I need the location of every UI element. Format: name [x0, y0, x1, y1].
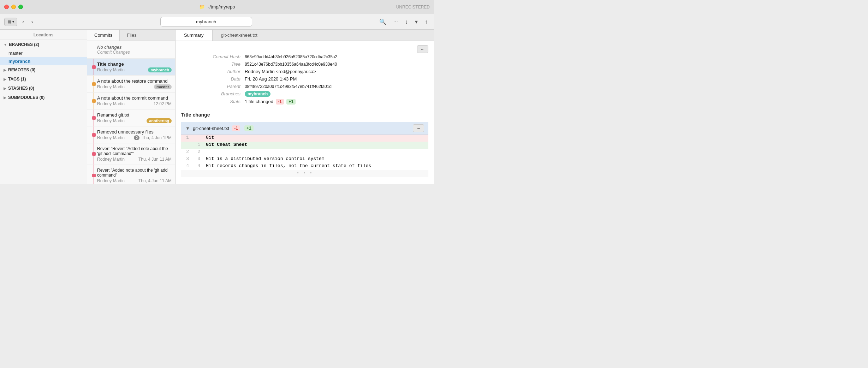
- diff-line-content: Git Cheat Sheet: [204, 142, 247, 148]
- stats-plus-badge: +1: [286, 99, 296, 105]
- tree-value: 8521c43e76bd73bb10356a64aa3fcd4c0e930e40: [245, 60, 428, 68]
- diff-line-context: 4 4 Git records changes in files, not th…: [181, 163, 428, 170]
- commits-panel: Commits Files No changes Commit Changes …: [87, 30, 176, 184]
- pull-button[interactable]: ↓: [403, 17, 410, 26]
- sidebar-item-master[interactable]: master: [0, 49, 87, 57]
- pull-dropdown-button[interactable]: ▾: [413, 17, 420, 26]
- line-num-old: 2: [181, 149, 192, 155]
- table-row: Date Fri, 28 Aug 2020 1:43 PM: [181, 75, 428, 83]
- commit-title: Title change: [97, 61, 172, 67]
- sidebar-item-mybranch[interactable]: mybranch: [0, 57, 87, 65]
- commit-title: Revert "Added note about the 'git add' c…: [97, 168, 172, 178]
- sidebar-section-stashes[interactable]: ▶ STASHES (0): [0, 84, 87, 93]
- branch-badge: mybranch: [148, 67, 172, 72]
- back-button[interactable]: ‹: [20, 17, 26, 26]
- sidebar-header: Locations: [0, 30, 87, 40]
- line-num-old: [181, 142, 192, 148]
- tab-summary[interactable]: Summary: [176, 30, 213, 41]
- line-num-new: 1: [192, 142, 204, 148]
- list-item[interactable]: Removed unnecessary files Rodney Martin …: [87, 126, 175, 143]
- branch-input[interactable]: [160, 17, 252, 26]
- list-item[interactable]: A note about the restore command Rodney …: [87, 76, 175, 93]
- commit-subtitle: Rodney Martin anothertag: [97, 118, 172, 123]
- parent-value: 08f4897220a0d7f1c4983f547eb741ff462fa01d: [245, 83, 428, 90]
- submodules-label: SUBMODULES (0): [8, 95, 44, 100]
- push-button[interactable]: ↑: [423, 17, 430, 26]
- line-num-old: 4: [181, 163, 192, 170]
- commit-subtitle: Rodney Martin 2 Thu, 4 Jun 1PM: [97, 135, 172, 140]
- close-button[interactable]: [4, 5, 9, 9]
- table-row: Commit Hash 663e99addd4bb3feb926b52085a7…: [181, 53, 428, 60]
- window-title: 📁 ~/tmp/myrepo: [199, 4, 235, 10]
- commit-dot: [92, 152, 96, 156]
- more-options-button[interactable]: ···: [417, 45, 428, 53]
- more-button[interactable]: ···: [391, 17, 400, 26]
- stashes-label: STASHES (0): [8, 86, 34, 91]
- list-item[interactable]: No changes Commit Changes: [87, 41, 175, 59]
- diff-minus-badge: -1: [232, 125, 240, 131]
- chevron-right-icon: ▶: [4, 68, 6, 72]
- commit-title: Removed unnecessary files: [97, 129, 172, 135]
- sidebar-section-submodules[interactable]: ▶ SUBMODULES (0): [0, 93, 87, 102]
- line-num-old: 3: [181, 156, 192, 162]
- spacer-dots: • • •: [297, 171, 313, 176]
- summary-panel: Summary git-cheat-sheet.txt ··· Commit H…: [176, 30, 434, 184]
- commit-dot: [92, 133, 96, 137]
- diff-more-button[interactable]: ···: [413, 124, 424, 132]
- chevron-right-icon: ▶: [4, 96, 6, 100]
- table-row: Branches mybranch: [181, 90, 428, 98]
- diff-line-content: Git records changes in files, not the cu…: [204, 163, 371, 170]
- titlebar: 📁 ~/tmp/myrepo UNREGISTERED: [0, 0, 434, 14]
- line-num-old: 1: [181, 135, 192, 141]
- list-item[interactable]: Title change Rodney Martin mybranch: [87, 59, 175, 76]
- list-item[interactable]: Renamed git.txt Rodney Martin anothertag: [87, 109, 175, 126]
- minimize-button[interactable]: [11, 5, 16, 9]
- tab-files[interactable]: Files: [120, 30, 144, 41]
- commit-title: A note about the restore command: [97, 78, 172, 84]
- commit-subtitle: Commit Changes: [97, 50, 172, 55]
- table-row: Author Rodney Martin <rod@pennyjar.ca>: [181, 68, 428, 75]
- sidebar-section-tags[interactable]: ▶ TAGS (1): [0, 75, 87, 84]
- commit-dot: [92, 99, 96, 103]
- sidebar-section-remotes[interactable]: ▶ REMOTES (0): [0, 65, 87, 75]
- toolbar-right: 🔍 ··· ↓ ▾ ↑: [377, 17, 430, 26]
- commit-dot: [92, 174, 96, 177]
- line-num-new: 3: [192, 156, 204, 162]
- search-button[interactable]: 🔍: [377, 17, 388, 26]
- folder-icon: 📁: [199, 4, 205, 10]
- branch-tag: mybranch: [245, 91, 270, 97]
- file-diff-name: git-cheat-sheet.txt: [193, 126, 229, 131]
- main-layout: Locations ▼ BRANCHES (2) master mybranch…: [0, 30, 434, 184]
- forward-button[interactable]: ›: [29, 17, 35, 26]
- diff-line-added: 1 Git Cheat Sheet: [181, 142, 428, 149]
- date-value: Fri, 28 Aug 2020 1:43 PM: [245, 75, 428, 83]
- table-row: Stats 1 file changed: -1 +1: [181, 98, 428, 106]
- commit-title: A note about the commit command: [97, 95, 172, 101]
- tab-git-cheat-sheet[interactable]: git-cheat-sheet.txt: [213, 30, 266, 41]
- unregistered-label: UNREGISTERED: [396, 5, 430, 10]
- sidebar: Locations ▼ BRANCHES (2) master mybranch…: [0, 30, 87, 184]
- stats-label: Stats: [181, 98, 245, 106]
- commit-subtitle: Rodney Martin 12:02 PM: [97, 101, 172, 106]
- commits-list: No changes Commit Changes Title change R…: [87, 41, 175, 184]
- sidebar-section-branches[interactable]: ▼ BRANCHES (2): [0, 40, 87, 49]
- list-item[interactable]: Revert "Added note about the 'git add' c…: [87, 165, 175, 184]
- maximize-button[interactable]: [18, 5, 23, 9]
- table-row: Parent 08f4897220a0d7f1c4983f547eb741ff4…: [181, 83, 428, 90]
- chevron-down-icon: ▾: [12, 20, 14, 24]
- summary-table: Commit Hash 663e99addd4bb3feb926b52085a7…: [181, 53, 428, 106]
- list-item[interactable]: Revert "Revert "Added note about the 'gi…: [87, 143, 175, 165]
- author-value: Rodney Martin <rod@pennyjar.ca>: [245, 68, 428, 75]
- tree-label: Tree: [181, 60, 245, 68]
- diff-line-content: Git is a distributed version control sys…: [204, 156, 324, 162]
- commit-hash-value: 663e99addd4bb3feb926b52085a720cdba2c35a2: [245, 53, 428, 60]
- sidebar-toggle-button[interactable]: ▤ ▾: [4, 18, 17, 26]
- diff-line-content: Git: [204, 135, 214, 141]
- list-item[interactable]: A note about the commit command Rodney M…: [87, 93, 175, 109]
- commits-tab-bar: Commits Files: [87, 30, 175, 41]
- chevron-right-icon: ▶: [4, 77, 6, 81]
- tab-commits[interactable]: Commits: [87, 30, 120, 41]
- toolbar: ▤ ▾ ‹ › 🔍 ··· ↓ ▾ ↑: [0, 14, 434, 30]
- commit-hash-label: Commit Hash: [181, 53, 245, 60]
- more-icon: ···: [393, 19, 398, 25]
